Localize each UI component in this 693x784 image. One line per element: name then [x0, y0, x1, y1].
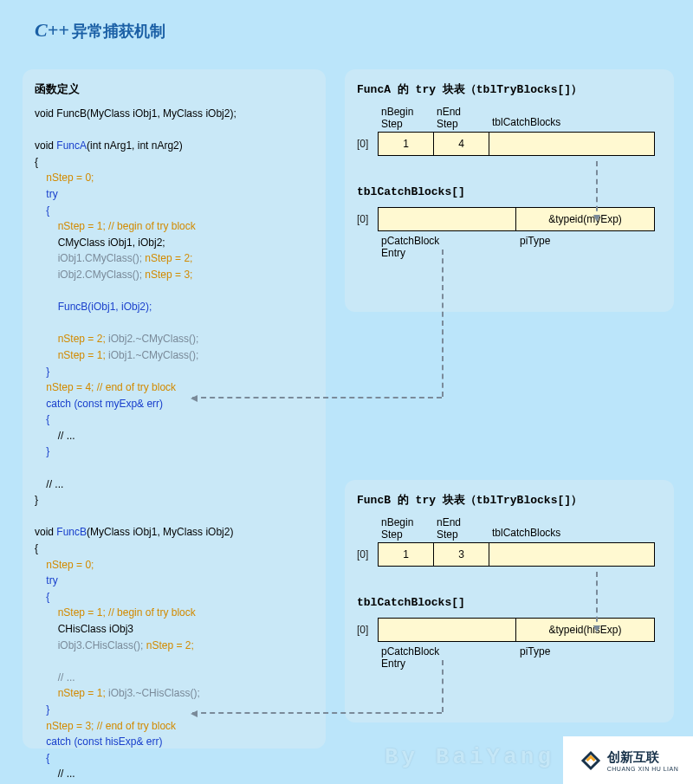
- funcB-tryblocks-row: [0] 1 3: [357, 542, 662, 567]
- funcA-tryblocks-labels: nBegin Step nEnd Step tblCatchBlocks: [381, 106, 662, 130]
- cell-nendstep: 4: [434, 133, 489, 155]
- arrow-tryblocks-to-catchblocks-b: [596, 572, 598, 631]
- cell-nbeginstep-b: 1: [379, 543, 434, 566]
- funcB-catchblocks-row: [0] &typeid(hisExp): [357, 618, 662, 642]
- code-panel: 函数定义 void FuncB(MyClass iObj1, MyClass i…: [23, 69, 326, 748]
- cell-tblcatchblocks-ptr-b: [489, 543, 654, 566]
- title-zh: 异常捕获机制: [72, 23, 165, 40]
- funcA-catchblocks-labels: pCatchBlock Entry piType: [381, 235, 662, 259]
- watermark-text-py: CHUANG XIN HU LIAN: [607, 766, 679, 772]
- funcB-heading: FuncB 的 try 块表（tblTryBlocks[]）: [357, 492, 662, 508]
- arrow-tryblocks-to-catchblocks-a: [596, 161, 598, 220]
- arrow-catchentry-down-a: [442, 249, 444, 397]
- funcB-tryblocks-table: 1 3: [378, 542, 655, 567]
- funcB-tryblocks-labels: nBegin Step nEnd Step tblCatchBlocks: [381, 516, 662, 541]
- funcB-catchblocks-table: &typeid(hisExp): [378, 618, 655, 642]
- cell-nbeginstep: 1: [379, 133, 434, 155]
- code-body: void FuncB(MyClass iObj1, MyClass iObj2)…: [35, 106, 314, 784]
- funcA-tryblocks-table: 1 4: [378, 132, 655, 156]
- cell-pcatchblockentry-b: [379, 619, 516, 641]
- cell-nendstep-b: 3: [434, 543, 489, 566]
- label-nendstep: nEnd Step: [437, 106, 492, 130]
- title-cpp: C++: [35, 19, 69, 41]
- code-panel-heading: 函数定义: [35, 81, 314, 97]
- page-title: C++ 异常捕获机制: [35, 19, 165, 42]
- funcB-catchblocks-labels: pCatchBlock Entry piType: [381, 645, 662, 670]
- arrow-catchentry-to-code-b: [192, 712, 442, 714]
- watermark-logo-icon: [578, 748, 604, 774]
- cell-tblcatchblocks-ptr: [489, 133, 654, 155]
- funcA-catchblocks-heading: tblCatchBlocks[]: [357, 185, 662, 198]
- funcB-panel: FuncB 的 try 块表（tblTryBlocks[]） nBegin St…: [345, 480, 674, 722]
- index-0c: [0]: [357, 548, 378, 560]
- funcA-heading: FuncA 的 try 块表（tblTryBlocks[]）: [357, 81, 662, 97]
- index-0b: [0]: [357, 213, 378, 225]
- watermark: 创新互联 CHUANG XIN HU LIAN: [563, 736, 693, 784]
- index-0d: [0]: [357, 624, 378, 636]
- arrow-catchentry-to-code-a: [192, 397, 442, 398]
- watermark-text-zh: 创新互联: [607, 749, 679, 766]
- label-tblcatchblocks: tblCatchBlocks: [492, 106, 631, 130]
- label-nbeginstep-b: nBegin Step: [381, 516, 437, 541]
- label-pitype: piType: [520, 235, 658, 259]
- label-tblcatchblocks-b: tblCatchBlocks: [492, 516, 631, 541]
- label-nbeginstep: nBegin Step: [381, 106, 437, 130]
- label-pcatchblockentry-b: pCatchBlock Entry: [381, 645, 520, 670]
- funcA-panel: FuncA 的 try 块表（tblTryBlocks[]） nBegin St…: [345, 69, 674, 312]
- cell-pitype: &typeid(myExp): [516, 208, 654, 230]
- label-pitype-b: piType: [520, 645, 658, 670]
- index-0: [0]: [357, 138, 378, 150]
- funcA-tryblocks-row: [0] 1 4: [357, 132, 662, 156]
- byline: By BaiYang: [385, 744, 554, 770]
- label-pcatchblockentry: pCatchBlock Entry: [381, 235, 520, 259]
- arrow-catchentry-down-b: [442, 660, 444, 712]
- funcB-catchblocks-heading: tblCatchBlocks[]: [357, 596, 662, 609]
- label-nendstep-b: nEnd Step: [437, 516, 492, 541]
- cell-pcatchblockentry: [379, 208, 516, 230]
- funcA-catchblocks-table: &typeid(myExp): [378, 207, 655, 231]
- funcA-catchblocks-row: [0] &typeid(myExp): [357, 207, 662, 231]
- cell-pitype-b: &typeid(hisExp): [516, 619, 654, 641]
